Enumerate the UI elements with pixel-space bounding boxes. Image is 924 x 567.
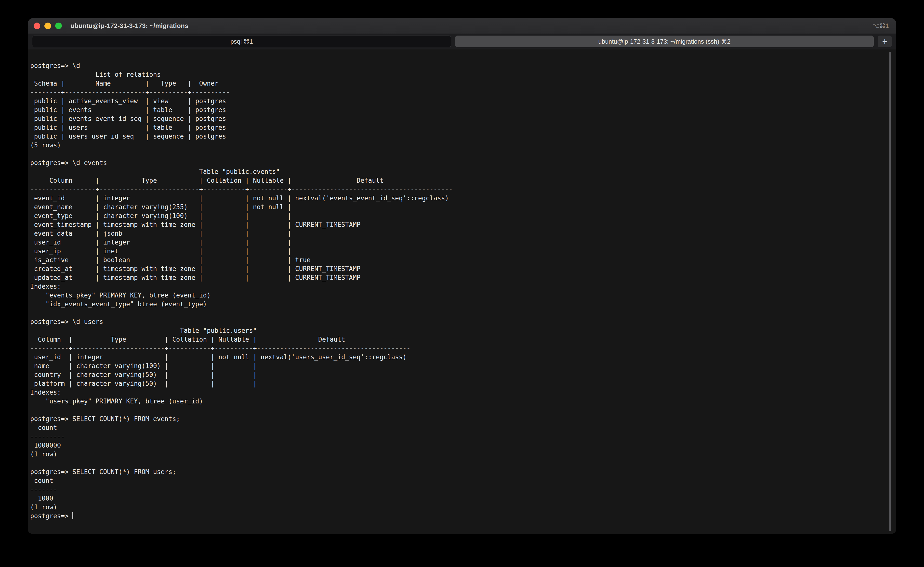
terminal-prompt-line: postgres=> — [30, 512, 896, 520]
terminal-scrollbar[interactable] — [889, 52, 891, 531]
window-shortcut-hint: ⌥⌘1 — [872, 22, 889, 29]
terminal-content[interactable]: postgres=> \d List of relations Schema |… — [28, 50, 896, 534]
fullscreen-button[interactable] — [55, 22, 62, 29]
tab-ssh-migrations-label: ubuntu@ip-172-31-3-173: ~/migrations (ss… — [598, 38, 731, 45]
new-tab-button[interactable]: + — [877, 36, 892, 47]
tab-ssh-migrations[interactable]: ubuntu@ip-172-31-3-173: ~/migrations (ss… — [455, 36, 874, 47]
terminal-output: postgres=> \d List of relations Schema |… — [30, 61, 896, 512]
minimize-button[interactable] — [44, 22, 51, 29]
traffic-lights — [34, 22, 62, 29]
terminal-window: ubuntu@ip-172-31-3-173: ~/migrations ⌥⌘1… — [28, 18, 896, 534]
tab-psql-label: psql ⌘1 — [230, 38, 253, 45]
terminal-cursor — [72, 512, 74, 519]
tab-bar: psql ⌘1 ubuntu@ip-172-31-3-173: ~/migrat… — [28, 34, 896, 49]
close-button[interactable] — [34, 22, 40, 29]
terminal-prompt: postgres=> — [30, 512, 72, 520]
window-title: ubuntu@ip-172-31-3-173: ~/migrations — [71, 22, 188, 30]
window-titlebar[interactable]: ubuntu@ip-172-31-3-173: ~/migrations ⌥⌘1 — [28, 18, 896, 34]
tab-psql[interactable]: psql ⌘1 — [32, 36, 451, 47]
